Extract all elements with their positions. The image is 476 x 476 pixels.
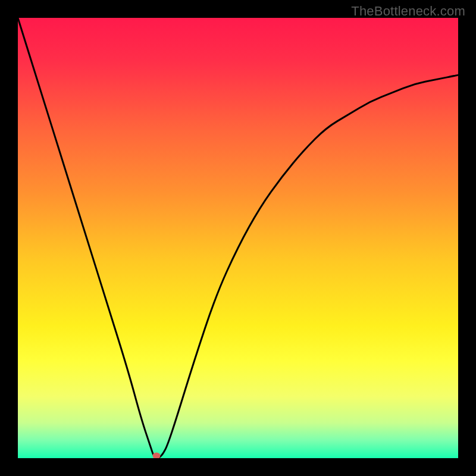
bottleneck-curve — [18, 18, 458, 458]
curve-layer — [18, 18, 458, 458]
plot-area — [18, 18, 458, 458]
chart-frame: TheBottleneck.com — [0, 0, 476, 476]
min-marker — [153, 453, 161, 458]
watermark: TheBottleneck.com — [351, 4, 465, 19]
